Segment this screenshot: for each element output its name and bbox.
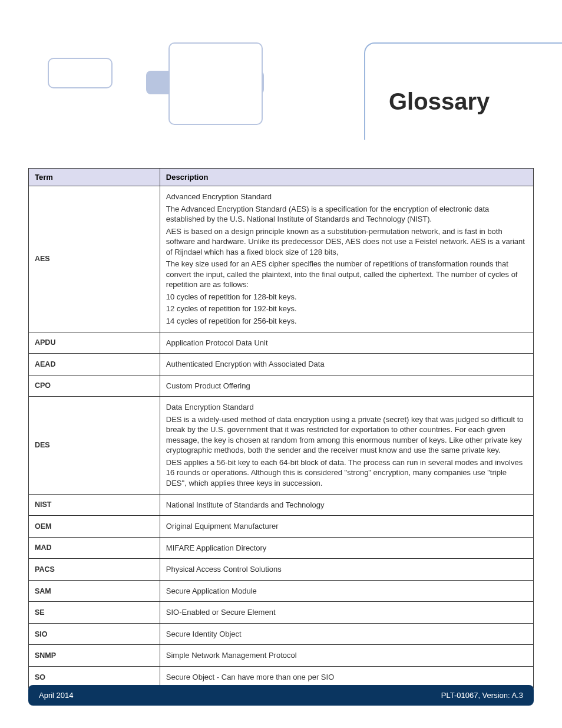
description-text: Secure Application Module <box>166 586 527 597</box>
term-cell: NIST <box>29 494 160 516</box>
table-row: DESData Encryption StandardDES is a wide… <box>29 397 534 494</box>
table-row: AESAdvanced Encryption StandardThe Advan… <box>29 186 534 332</box>
description-cell: MIFARE Application Directory <box>160 537 533 559</box>
description-cell: Authenticated Encryption with Associated… <box>160 354 533 375</box>
header-description: Description <box>160 169 533 186</box>
header-term: Term <box>29 169 160 186</box>
term-cell: SIO <box>29 623 160 645</box>
table-row: CPOCustom Product Offering <box>29 375 534 397</box>
table-row: SNMPSimple Network Management Protocol <box>29 645 534 667</box>
description-text: Data Encryption Standard <box>166 402 527 413</box>
description-text: The Advanced Encryption Standard (AES) i… <box>166 204 527 225</box>
table-row: PACSPhysical Access Control Solutions <box>29 559 534 581</box>
term-cell: OEM <box>29 516 160 538</box>
term-cell: CPO <box>29 375 160 397</box>
table-row: MADMIFARE Application Directory <box>29 537 534 559</box>
page-footer: April 2014 PLT-01067, Version: A.3 <box>28 685 534 706</box>
content-area: Term Description AESAdvanced Encryption … <box>28 168 534 689</box>
table-row: SESIO-Enabled or Secure Element <box>29 602 534 624</box>
description-text: Custom Product Offering <box>166 381 527 391</box>
term-cell: APDU <box>29 332 160 354</box>
description-text: AES is based on a design principle known… <box>166 226 527 258</box>
description-text: DES is a widely-used method of data encr… <box>166 414 527 456</box>
description-cell: Original Equipment Manufacturer <box>160 516 533 538</box>
description-text: Advanced Encryption Standard <box>166 192 527 202</box>
term-cell: SNMP <box>29 645 160 667</box>
description-text: SIO-Enabled or Secure Element <box>166 607 527 618</box>
description-cell: Custom Product Offering <box>160 375 533 397</box>
table-row: SIOSecure Identity Object <box>29 623 534 645</box>
page-title: Glossary <box>389 88 562 115</box>
term-cell: AES <box>29 186 160 332</box>
table-row: APDUApplication Protocol Data Unit <box>29 332 534 354</box>
footer-version: PLT-01067, Version: A.3 <box>441 691 523 700</box>
description-cell: Application Protocol Data Unit <box>160 332 533 354</box>
description-cell: SIO-Enabled or Secure Element <box>160 602 533 624</box>
description-text: 10 cycles of repetition for 128-bit keys… <box>166 292 527 302</box>
table-row: NISTNational Institute of Standards and … <box>29 494 534 516</box>
description-text: Simple Network Management Protocol <box>166 650 527 661</box>
footer-date: April 2014 <box>39 691 74 700</box>
description-cell: Secure Application Module <box>160 580 533 602</box>
description-text: Authenticated Encryption with Associated… <box>166 359 527 370</box>
description-text: The key size used for an AES cipher spec… <box>166 259 527 290</box>
description-text: Secure Identity Object <box>166 629 527 640</box>
decorative-shape <box>48 58 113 88</box>
title-panel: Glossary <box>364 42 562 140</box>
description-cell: Simple Network Management Protocol <box>160 645 533 667</box>
term-cell: PACS <box>29 559 160 581</box>
description-cell: Advanced Encryption StandardThe Advanced… <box>160 186 533 332</box>
description-text: Original Equipment Manufacturer <box>166 521 527 532</box>
term-cell: AEAD <box>29 354 160 375</box>
description-text: Application Protocol Data Unit <box>166 338 527 348</box>
table-row: AEADAuthenticated Encryption with Associ… <box>29 354 534 375</box>
description-cell: Physical Access Control Solutions <box>160 559 533 581</box>
description-text: 14 cycles of repetition for 256-bit keys… <box>166 316 527 327</box>
description-text: 12 cycles of repetition for 192-bit keys… <box>166 304 527 314</box>
description-text: DES applies a 56-bit key to each 64-bit … <box>166 457 527 489</box>
term-cell: MAD <box>29 537 160 559</box>
description-text: Physical Access Control Solutions <box>166 564 527 575</box>
decorative-shape <box>168 42 263 125</box>
term-cell: SE <box>29 602 160 624</box>
glossary-table: Term Description AESAdvanced Encryption … <box>28 168 534 689</box>
table-row: SAMSecure Application Module <box>29 580 534 602</box>
description-cell: Data Encryption StandardDES is a widely-… <box>160 397 533 494</box>
description-text: National Institute of Standards and Tech… <box>166 500 527 510</box>
description-text: MIFARE Application Directory <box>166 543 527 554</box>
table-row: OEMOriginal Equipment Manufacturer <box>29 516 534 538</box>
description-text: Secure Object - Can have more than one p… <box>166 672 527 683</box>
description-cell: Secure Identity Object <box>160 623 533 645</box>
term-cell: DES <box>29 397 160 494</box>
header-graphic: Glossary <box>0 0 562 141</box>
table-header-row: Term Description <box>29 169 534 186</box>
description-cell: National Institute of Standards and Tech… <box>160 494 533 516</box>
term-cell: SAM <box>29 580 160 602</box>
